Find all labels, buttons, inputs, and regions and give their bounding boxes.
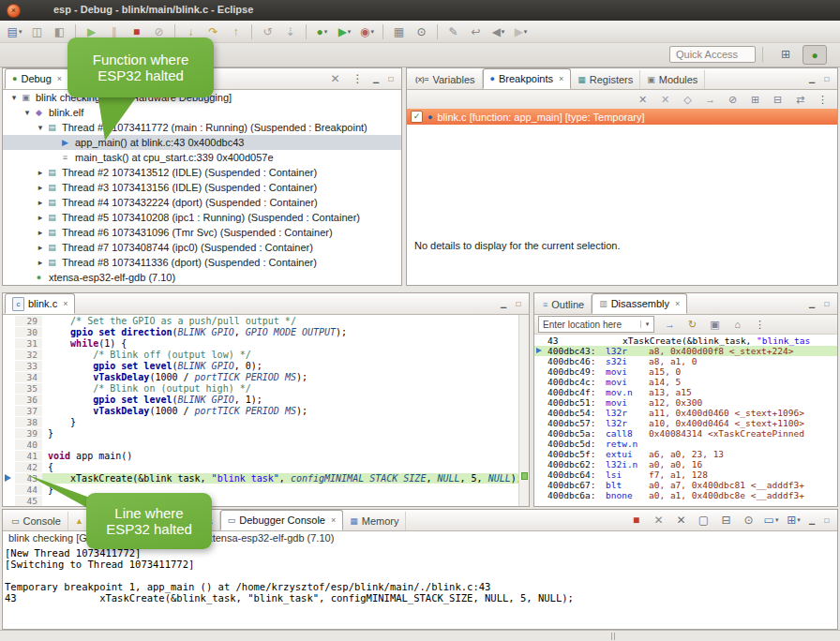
tab-modules[interactable]: ▣ Modules <box>640 70 705 89</box>
expander-open-icon[interactable]: ▾ <box>35 123 46 132</box>
location-combo[interactable]: Enter location here ▾ <box>538 316 654 333</box>
disassembly-line[interactable]: 400dbc43:l32ra8, 0x400d00f8 <_stext+224> <box>534 346 837 356</box>
tab-outline[interactable]: ≡ Outline <box>536 295 592 314</box>
debug-perspective-button[interactable]: ● <box>802 45 827 65</box>
expander-open-icon[interactable]: ▾ <box>22 108 33 117</box>
editor-gutter-margin[interactable] <box>3 495 15 506</box>
tree-item[interactable]: ▾▤Thread #1 1073411772 (main : Running) … <box>3 120 401 135</box>
debug-icon[interactable]: ●▾ <box>311 22 333 41</box>
editor-gutter-margin[interactable] <box>3 405 15 416</box>
expander-closed-icon[interactable]: ▸ <box>35 168 46 177</box>
code-line[interactable]: 40 <box>3 439 518 450</box>
expander-closed-icon[interactable]: ▸ <box>35 228 46 237</box>
remove-launch-icon[interactable]: ✕ <box>648 511 669 529</box>
track-expression-icon[interactable]: ⌂ <box>727 315 748 334</box>
code-line[interactable]: 33 gpio_set_level(BLINK_GPIO, 0); <box>3 360 518 371</box>
expander-closed-icon[interactable]: ▸ <box>35 258 46 267</box>
minimize-view-button[interactable]: ▁ <box>804 297 819 310</box>
code-line[interactable]: 31 while(1) { <box>3 337 518 349</box>
external-tools-icon[interactable]: ◉▾ <box>356 22 378 41</box>
disassembly-line[interactable]: 400dbc5a:call80x40084314 <xTaskCreatePin… <box>534 428 837 439</box>
tab-disassembly[interactable]: ▥ Disassembly × <box>592 293 687 314</box>
minimize-view-button[interactable]: ▁ <box>804 514 819 527</box>
open-perspective-button[interactable]: ⊞ <box>774 45 797 63</box>
goto-breakpoint-file-icon[interactable]: → <box>699 90 721 109</box>
disassembly-line[interactable]: 43 xTaskCreate(&blink_task, "blink_tas <box>534 335 837 346</box>
disassembly-view-menu-icon[interactable]: ⋮ <box>749 315 771 334</box>
forward-icon[interactable]: ▶▾ <box>510 22 532 41</box>
search-icon[interactable]: ⊙ <box>411 22 432 41</box>
editor-gutter-margin[interactable] <box>3 427 15 439</box>
close-tab-icon[interactable]: × <box>63 299 68 308</box>
external-tools-icon-dropdown[interactable]: ▾ <box>370 28 374 36</box>
forward-icon-dropdown[interactable]: ▾ <box>524 28 528 36</box>
editor-gutter-margin[interactable] <box>3 371 15 382</box>
tab-debug[interactable]: ● Debug × <box>5 68 69 89</box>
drop-to-frame-icon[interactable]: ↺ <box>257 22 278 41</box>
disassembly-line[interactable]: 400dbc5d:retw.n <box>534 439 837 449</box>
clear-console-icon[interactable]: ▢ <box>693 511 714 529</box>
remove-all-breakpoints-icon[interactable]: ✕ <box>654 90 676 109</box>
back-icon-dropdown[interactable]: ▾ <box>502 28 505 36</box>
back-icon[interactable]: ◀▾ <box>488 22 509 41</box>
disassembly-line[interactable]: 400dbc51:movia12, 0x300 <box>534 397 837 408</box>
expander-closed-icon[interactable]: ▸ <box>35 183 46 192</box>
code-line[interactable]: 37 vTaskDelay(1000 / portTICK_PERIOD_MS)… <box>3 405 518 416</box>
tab-breakpoints[interactable]: ● Breakpoints × <box>483 68 572 89</box>
last-edit-icon[interactable]: ↩ <box>465 22 487 41</box>
editor-gutter-margin[interactable] <box>3 337 15 349</box>
collapse-all-icon[interactable]: ⊟ <box>767 90 788 109</box>
editor-gutter-margin[interactable] <box>3 349 15 360</box>
tree-item[interactable]: ●xtensa-esp32-elf-gdb (7.10) <box>3 270 401 285</box>
expand-all-icon[interactable]: ⊞ <box>744 90 766 109</box>
open-console-icon-dropdown[interactable]: ▾ <box>797 516 801 524</box>
chevron-down-icon[interactable]: ▾ <box>640 320 653 328</box>
maximize-view-button[interactable]: □ <box>511 297 526 310</box>
editor-gutter-margin[interactable] <box>3 382 15 394</box>
tree-item[interactable]: ▸▤Thread #3 1073413156 (IDLE) (Suspended… <box>3 180 401 195</box>
tree-item[interactable]: ▸▤Thread #7 1073408744 (ipc0) (Suspended… <box>3 240 401 255</box>
run-icon[interactable]: ▶▾ <box>334 22 355 41</box>
expander-open-icon[interactable]: ▾ <box>8 93 20 102</box>
quick-access-box[interactable]: Quick Access <box>669 46 756 63</box>
show-source-icon[interactable]: ▣ <box>704 315 726 334</box>
minimize-view-button[interactable]: ▁ <box>804 72 819 85</box>
disassembly-listing[interactable]: 43 xTaskCreate(&blink_task, "blink_tas40… <box>534 335 837 506</box>
disassembly-line[interactable]: 400dbc4f:mov.na13, a15 <box>534 387 837 397</box>
disassembly-line[interactable]: 400dbc64:lsif7, a1, 128 <box>534 470 837 480</box>
display-console-icon[interactable]: ▭▾ <box>760 511 782 529</box>
tree-item[interactable]: ▸▤Thread #8 1073411336 (dport) (Suspende… <box>3 255 401 270</box>
maximize-view-button[interactable]: □ <box>383 72 398 85</box>
code-line[interactable]: 35 /* Blink on (output high) */ <box>3 382 518 394</box>
debug-view-menu-icon[interactable]: ⋮ <box>347 69 368 88</box>
expander-closed-icon[interactable]: ▸ <box>35 243 46 252</box>
code-line[interactable]: 38 } <box>3 416 518 427</box>
editor-gutter-margin[interactable] <box>3 360 15 371</box>
open-console-icon[interactable]: ⊞▾ <box>783 511 804 529</box>
build-icon[interactable]: ▦ <box>388 22 410 41</box>
instruction-stepping-icon[interactable]: ⇣ <box>279 22 301 41</box>
new-wizard-icon-dropdown[interactable]: ▾ <box>19 28 22 36</box>
editor-gutter-margin[interactable] <box>3 394 15 405</box>
scroll-lock-icon[interactable]: ⊟ <box>715 511 737 529</box>
pin-console-icon[interactable]: ⊙ <box>738 511 759 529</box>
tree-item[interactable]: ▾◆blink.elf <box>3 105 401 120</box>
close-tab-icon[interactable]: × <box>675 299 680 308</box>
tree-item[interactable]: ▸▤Thread #2 1073413512 (IDLE) (Suspended… <box>3 165 401 180</box>
disassembly-line[interactable]: 400dbc49:movia15, 0 <box>534 366 837 377</box>
breakpoint-enabled-checkbox[interactable]: ✓ <box>411 111 423 123</box>
editor-gutter-margin[interactable] <box>3 326 15 337</box>
tab-variables[interactable]: (x)= Variables <box>409 70 483 89</box>
tree-item[interactable]: ▸▤Thread #4 1073432224 (dport) (Suspende… <box>3 195 401 210</box>
disassembly-line[interactable]: 400dbc54:l32ra11, 0x400d0460 <_stext+109… <box>534 408 837 418</box>
debug-icon-dropdown[interactable]: ▾ <box>324 28 328 36</box>
disassembly-line[interactable]: 400dbc4c:movia14, 5 <box>534 377 837 387</box>
minimize-view-button[interactable]: ▁ <box>496 297 511 310</box>
disassembly-line[interactable]: 400dbc6a:bnonea0, a1, 0x400dbc8e <__addd… <box>534 490 837 500</box>
code-line[interactable]: 41void app_main() <box>3 450 518 461</box>
link-with-debug-view-icon[interactable]: ⇄ <box>789 90 811 109</box>
tab-memory[interactable]: ▦ Memory <box>343 512 406 530</box>
code-line[interactable]: 32 /* Blink off (output low) */ <box>3 349 518 360</box>
disassembly-line[interactable]: 400dbc62:l32i.na0, a0, 16 <box>534 459 837 470</box>
show-breakpoints-for-icon[interactable]: ◇ <box>677 90 698 109</box>
